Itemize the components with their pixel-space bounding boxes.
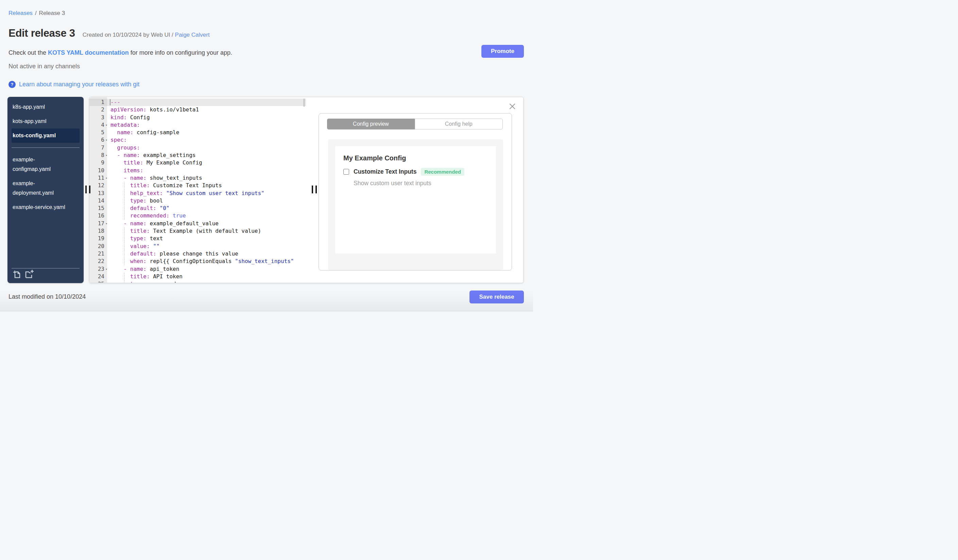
line-number: 1 (89, 98, 105, 106)
code-line-10: 10 items: (89, 167, 306, 174)
config-item-help-text: Show custom user text inputs (354, 180, 431, 187)
breadcrumb-separator: / (35, 10, 37, 16)
new-file-icon[interactable] (13, 269, 21, 280)
preview-body: My Example Config Customize Text Inputs … (328, 139, 503, 270)
code-line-12: 12 title: Customize Text Inputs (89, 182, 306, 189)
config-item-label: Customize Text Inputs (354, 168, 416, 176)
line-number: 18 (89, 227, 105, 235)
code-text: recommended: true (105, 212, 186, 220)
file-item-example-deployment.yaml[interactable]: example-deployment.yaml (11, 176, 79, 200)
code-line-17: 17▾ - name: example_default_value (89, 220, 306, 227)
code-line-1: 1--- (89, 98, 306, 106)
git-help-row: ? Learn about managing your releases wit… (8, 81, 140, 88)
code-line-14: 14 type: bool (89, 197, 306, 204)
channel-status: Not active in any channels (8, 63, 80, 70)
line-number: 22 (89, 258, 105, 265)
code-text: spec: (105, 136, 127, 144)
code-line-22: 22 when: repl{{ ConfigOptionEquals "show… (89, 258, 306, 265)
code-line-9: 9 title: My Example Config (89, 159, 306, 166)
code-line-3: 3kind: Config (89, 114, 306, 121)
code-line-7: 7 groups: (89, 144, 306, 152)
code-text: items: (105, 167, 143, 174)
file-item-example-configmap.yaml[interactable]: example-configmap.yaml (11, 153, 79, 176)
breadcrumb-current: Release 3 (39, 10, 65, 16)
code-text: - name: example_default_value (105, 220, 219, 227)
file-item-k8s-app.yaml[interactable]: k8s-app.yaml (11, 100, 79, 114)
new-folder-icon[interactable] (25, 269, 35, 280)
git-help-link[interactable]: Learn about managing your releases with … (19, 81, 140, 88)
file-item-kots-app.yaml[interactable]: kots-app.yaml (11, 114, 79, 128)
breadcrumb: Releases/Release 3 (8, 10, 65, 17)
editor-scrollbar[interactable] (303, 98, 305, 107)
file-item-kots-config.yaml[interactable]: kots-config.yaml (11, 128, 79, 143)
file-item-example-service.yaml[interactable]: example-service.yaml (11, 200, 79, 214)
code-line-13: 13 help_text: "Show custom user text inp… (89, 190, 306, 197)
line-number: 16 (89, 212, 105, 220)
config-group-title: My Example Config (343, 154, 406, 162)
save-release-button[interactable]: Save release (469, 291, 524, 304)
code-line-4: 4▾metadata: (89, 121, 306, 129)
question-mark-icon[interactable]: ? (8, 81, 16, 88)
created-author-link[interactable]: Paige Calvert (175, 32, 210, 38)
line-number: 9 (89, 159, 105, 166)
code-text: when: repl{{ ConfigOptionEquals "show_te… (105, 258, 294, 265)
close-icon[interactable] (509, 103, 516, 110)
preview-tab-bar: Config previewConfig help (327, 119, 503, 130)
code-line-23: 23▾ - name: api_token (89, 266, 306, 273)
promote-button[interactable]: Promote (481, 45, 524, 58)
code-line-25: 25 type: password (89, 280, 306, 283)
code-line-18: 18 title: Text Example (with default val… (89, 227, 306, 235)
line-number: 6 (89, 136, 105, 144)
config-preview-pane: Config previewConfig help My Example Con… (306, 97, 523, 283)
code-line-20: 20 value: "" (89, 243, 306, 250)
line-number: 23 (89, 266, 105, 273)
file-list-bottom: example-configmap.yamlexample-deployment… (8, 153, 84, 214)
file-actions-divider (11, 268, 79, 269)
customize-text-inputs-checkbox[interactable] (343, 169, 349, 175)
code-text: title: Text Example (with default value) (105, 227, 261, 235)
created-info: Created on 10/10/2024 by Web UI / Paige … (82, 32, 210, 38)
file-list-top: k8s-app.yamlkots-app.yamlkots-config.yam… (8, 97, 84, 143)
code-line-5: 5 name: config-sample (89, 129, 306, 136)
code-text: value: "" (105, 243, 160, 250)
line-number: 17 (89, 220, 105, 227)
code-editor[interactable]: 1---2apiVersion: kots.io/v1beta13kind: C… (89, 97, 306, 283)
code-text: name: config-sample (105, 129, 179, 136)
code-text: title: Customize Text Inputs (105, 182, 222, 189)
line-number: 20 (89, 243, 105, 250)
file-tree-sidebar: k8s-app.yamlkots-app.yamlkots-config.yam… (8, 97, 84, 283)
tab-config-help[interactable]: Config help (415, 119, 503, 130)
line-number: 24 (89, 273, 105, 280)
code-text: help_text: "Show custom user text inputs… (105, 190, 265, 197)
line-number: 3 (89, 114, 105, 121)
config-group-card: My Example Config Customize Text Inputs … (335, 146, 496, 253)
code-text: - name: show_text_inputs (105, 174, 202, 182)
code-text: --- (105, 98, 121, 106)
code-text: title: API token (105, 273, 182, 280)
preview-resize-handle[interactable] (312, 185, 317, 193)
code-text: type: text (105, 235, 163, 242)
code-text: kind: Config (105, 114, 150, 121)
tab-config-preview[interactable]: Config preview (327, 119, 415, 130)
code-text: default: "0" (105, 204, 169, 212)
line-number: 12 (89, 182, 105, 189)
breadcrumb-releases-link[interactable]: Releases (8, 10, 33, 16)
code-line-16: 16 recommended: true (89, 212, 306, 220)
kots-yaml-docs-link[interactable]: KOTS YAML documentation (48, 49, 129, 56)
line-number: 25 (89, 280, 105, 283)
line-number: 21 (89, 250, 105, 258)
line-number: 5 (89, 129, 105, 136)
code-line-11: 11▾ - name: show_text_inputs (89, 174, 306, 182)
line-number: 4 (89, 121, 105, 129)
code-text: - name: example_settings (105, 152, 195, 159)
created-text: Created on 10/10/2024 by Web UI / (82, 32, 173, 38)
code-line-8: 8▾ - name: example_settings (89, 152, 306, 159)
config-item-row: Customize Text Inputs Recommended (343, 168, 465, 176)
sidebar-resize-handle[interactable] (85, 185, 90, 193)
code-text: - name: api_token (105, 266, 179, 273)
config-preview-card: Config previewConfig help My Example Con… (319, 113, 512, 271)
code-text: apiVersion: kots.io/v1beta1 (105, 106, 199, 114)
last-modified-text: Last modified on 10/10/2024 (8, 293, 86, 301)
page-header: Edit release 3 Created on 10/10/2024 by … (8, 27, 210, 40)
code-line-6: 6▾spec: (89, 136, 306, 144)
